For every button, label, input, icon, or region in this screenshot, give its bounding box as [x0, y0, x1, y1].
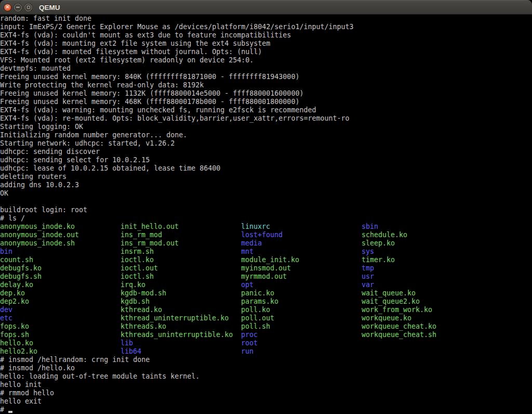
console-line: delay.koirq.kooptvar: [0, 281, 532, 289]
console-line: anonymous_inode.koinit_hello.outlinuxrcs…: [0, 223, 532, 231]
console-line: hello: loading out-of-tree module taints…: [0, 372, 532, 381]
ls-entry: ioctl.sh: [121, 273, 154, 281]
ls-entry: opt: [241, 281, 254, 289]
console-line: Initializing random number generator... …: [0, 131, 532, 139]
ls-entry: usr: [362, 273, 374, 281]
console-line: Freeing unused kernel memory: 1132K (fff…: [0, 89, 532, 98]
console-line: dep.kokgdb-mod.shpanic.kowait_queue.ko: [0, 289, 532, 297]
ls-entry: count.sh: [0, 256, 33, 264]
ls-entry: kgdb.sh: [121, 297, 150, 306]
console-text: buildroot login: root: [0, 206, 87, 214]
ls-entry: myrmmod.out: [241, 273, 287, 281]
console-line: input: ImExPS/2 Generic Explorer Mouse a…: [0, 23, 532, 31]
ls-entry: kthreads_uninterruptible.ko: [121, 331, 233, 339]
console-text: devtmpfs: mounted: [0, 64, 71, 72]
ls-entry: init_hello.out: [121, 223, 179, 231]
console-text: # ls /: [0, 214, 25, 222]
ls-entry: debugfs.ko: [0, 264, 42, 273]
console-line: EXT4-fs (vda): mounted filesystem withou…: [0, 48, 532, 56]
ls-entry: sbin: [362, 223, 378, 231]
console-line: EXT4-fs (vda): mounting ext2 file system…: [0, 40, 532, 48]
console-text: hello exit: [0, 397, 42, 405]
console-text: random: fast init done: [0, 15, 91, 22]
console-line: OK: [0, 189, 532, 198]
ls-entry: insrm.sh: [121, 248, 154, 256]
console-output[interactable]: random: fast init doneinput: ImExPS/2 Ge…: [0, 15, 532, 414]
console-line: EXT4-fs (vda): warning: mounting uncheck…: [0, 106, 532, 114]
console-line: # rmmod hello: [0, 389, 532, 397]
maximize-button[interactable]: [24, 4, 32, 11]
ls-entry: workqueue_cheat.ko: [362, 322, 436, 331]
ls-entry: tmp: [362, 264, 374, 273]
console-line: deleting routers: [0, 173, 532, 181]
console-text: Freeing unused kernel memory: 840K (ffff…: [0, 73, 299, 81]
console-text: # insmod /hellrandom: crng init done: [0, 356, 150, 364]
console-line: Starting network: udhcpc: started, v1.26…: [0, 139, 532, 148]
console-text: # insmod /hello.ko: [0, 364, 75, 372]
close-button[interactable]: ✕: [4, 4, 11, 11]
ls-entry: media: [241, 239, 262, 248]
ls-entry: root: [241, 339, 258, 347]
ls-entry: poll.ko: [241, 306, 270, 314]
console-text: hello init: [0, 381, 42, 389]
console-line: udhcpc: lease of 10.0.2.15 obtained, lea…: [0, 164, 532, 173]
minimize-button[interactable]: [14, 4, 22, 11]
ls-entry: mnt: [241, 248, 254, 256]
ls-entry: panic.ko: [241, 289, 274, 297]
console-line: dep2.kokgdb.shparams.kowait_queue2.ko: [0, 297, 532, 306]
console-line: count.shioctl.komodule_init.kotimer.ko: [0, 256, 532, 264]
ls-entry: wait_queue2.ko: [362, 297, 420, 306]
console-text: Freeing unused kernel memory: 468K (ffff…: [0, 98, 299, 106]
console-text: input: ImExPS/2 Generic Explorer Mouse a…: [0, 23, 353, 31]
console-line: adding dns 10.0.2.3: [0, 181, 532, 189]
console-line: devtmpfs: mounted: [0, 64, 532, 73]
ls-entry: poll.sh: [241, 322, 270, 331]
console-text: #: [0, 406, 8, 413]
ls-entry: dep2.ko: [0, 297, 29, 306]
ls-entry: bin: [0, 248, 12, 256]
console-text: EXT4-fs (vda): warning: mounting uncheck…: [0, 106, 316, 114]
ls-entry: ins_rm_mod: [121, 231, 162, 239]
console-line: # insmod /hello.ko: [0, 364, 532, 372]
ls-entry: delay.ko: [0, 281, 33, 289]
console-text: adding dns 10.0.2.3: [0, 181, 79, 189]
ls-entry: dep.ko: [0, 289, 25, 297]
console-line: debugfs.shioctl.shmyrmmod.outusr: [0, 273, 532, 281]
console-line: etckthread_uninterruptible.kopoll.outwor…: [0, 314, 532, 322]
console-line: # ls /: [0, 214, 532, 223]
ls-entry: hello.ko: [0, 339, 33, 347]
ls-entry: kgdb-mod.sh: [121, 289, 166, 297]
console-text: EXT4-fs (vda): mounted filesystem withou…: [0, 48, 262, 56]
ls-entry: lib: [121, 339, 133, 347]
console-line: EXT4-fs (vda): couldn't mount as ext3 du…: [0, 31, 532, 40]
ls-entry: wait_queue.ko: [362, 289, 416, 297]
ls-entry: lost+found: [241, 231, 283, 239]
ls-entry: kthread.ko: [121, 306, 162, 314]
ls-entry: dev: [0, 306, 12, 314]
console-text: EXT4-fs (vda): mounting ext2 file system…: [0, 40, 270, 47]
console-line: EXT4-fs (vda): re-mounted. Opts: block_v…: [0, 114, 532, 123]
ls-entry: fops.sh: [0, 331, 29, 339]
ls-entry: work_from_work.ko: [362, 306, 432, 314]
console-text: Starting network: udhcpc: started, v1.26…: [0, 139, 175, 147]
console-line: bininsrm.shmntsys: [0, 248, 532, 256]
console-text: udhcpc: sending discover: [0, 148, 100, 156]
console-line: Starting logging: OK: [0, 123, 532, 131]
console-text: hello: loading out-of-tree module taints…: [0, 372, 200, 380]
console-line: #: [0, 406, 532, 414]
ls-entry: run: [241, 347, 254, 356]
console-text: Write protecting the kernel read-only da…: [0, 81, 204, 89]
console-line: hello exit: [0, 397, 532, 406]
ls-entry: anonymous_inode.ko: [0, 223, 75, 231]
ls-entry: fops.ko: [0, 322, 29, 331]
console-text: Initializing random number generator... …: [0, 131, 187, 139]
ls-entry: myinsmod.out: [241, 264, 291, 273]
ls-entry: var: [362, 281, 374, 289]
console-text: OK: [0, 189, 8, 197]
ls-entry: irq.ko: [121, 281, 145, 289]
console-line: buildroot login: root: [0, 206, 532, 214]
ls-entry: anonymous_inode.sh: [0, 239, 75, 248]
ls-entry: kthreads.ko: [121, 322, 166, 331]
console-text: deleting routers: [0, 173, 66, 180]
ls-entry: workqueue_cheat.sh: [362, 331, 436, 339]
